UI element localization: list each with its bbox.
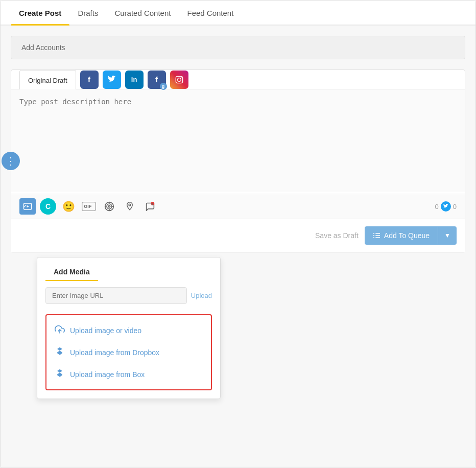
upload-cloud-icon [55, 324, 65, 336]
twitter-bird-icon [108, 76, 116, 84]
post-textarea[interactable] [11, 89, 465, 192]
add-media-popup: Add Media Upload [37, 257, 221, 399]
svg-point-1 [177, 78, 181, 81]
char-count: 0 0 [435, 201, 457, 212]
canva-letter: C [45, 202, 51, 210]
upload-box-label: Upload image from Box [70, 370, 145, 379]
char-count-value: 0 [435, 203, 439, 210]
gif-icon[interactable]: GIF [81, 198, 97, 215]
tab-feed-content[interactable]: Feed Content [179, 1, 242, 25]
main-content: Add Accounts ⋮ Original Draft f [1, 26, 475, 467]
emoji-icon[interactable]: 🙂 [60, 198, 77, 215]
facebook-icon: f [88, 75, 90, 84]
box-icon [55, 368, 65, 380]
add-media-header-wrapper: Add Media [37, 258, 220, 281]
social-tab-twitter[interactable] [103, 71, 121, 89]
draft-tabs: Original Draft f in f g [11, 70, 465, 89]
add-accounts-bar[interactable]: Add Accounts [11, 36, 465, 59]
image-video-icon [23, 202, 32, 211]
svg-text:GIF: GIF [84, 204, 92, 209]
comment-svg: ! [145, 202, 155, 211]
svg-point-10 [108, 205, 110, 207]
image-url-input[interactable] [45, 287, 187, 304]
add-media-header: Add Media [45, 262, 98, 281]
float-circle-icon: ⋮ [6, 155, 16, 167]
instagram-icon [175, 76, 183, 84]
svg-point-15 [129, 204, 131, 206]
upload-dropbox-label: Upload image from Dropbox [70, 348, 159, 357]
upload-dropbox-option[interactable]: Upload image from Dropbox [46, 341, 211, 363]
upload-options-container: Upload image or video Upload image from … [45, 314, 212, 390]
media-icon[interactable] [19, 198, 36, 215]
linkedin-icon: in [131, 76, 137, 83]
location-icon[interactable] [122, 198, 138, 215]
upload-box-option[interactable]: Upload image from Box [46, 363, 211, 385]
tab-curated-content[interactable]: Curated Content [106, 1, 179, 25]
comment-icon[interactable]: ! [142, 198, 158, 215]
editor-wrapper: ⋮ Original Draft f in [11, 69, 465, 252]
add-to-queue-label: Add To Queue [384, 231, 430, 240]
queue-icon [373, 231, 381, 240]
svg-point-9 [107, 204, 112, 209]
dropbox-icon [55, 346, 65, 358]
target-icon[interactable] [101, 198, 117, 215]
post-editor: Original Draft f in f g [11, 69, 465, 252]
editor-toolbar: C 🙂 GIF [11, 194, 465, 219]
twitter-count-badge [441, 201, 451, 212]
gif-svg: GIF [82, 201, 96, 212]
twitter-char-count-value: 0 [453, 203, 457, 210]
canva-icon[interactable]: C [40, 198, 56, 215]
float-circle-button[interactable]: ⋮ [2, 152, 20, 170]
app-container: Create Post Drafts Curated Content Feed … [0, 0, 476, 468]
social-tab-instagram[interactable] [170, 71, 188, 89]
facebook2-badge: g [160, 83, 167, 90]
svg-rect-0 [176, 76, 182, 83]
add-to-queue-main: Add To Queue [365, 226, 438, 245]
svg-marker-4 [27, 205, 30, 208]
tab-drafts[interactable]: Drafts [69, 1, 106, 25]
svg-text:!: ! [152, 203, 152, 205]
tab-original-draft[interactable]: Original Draft [19, 70, 76, 89]
social-tab-facebook2[interactable]: f g [148, 71, 166, 89]
action-bar: Save as Draft Add To Queue [11, 219, 465, 252]
pin-svg [125, 201, 134, 212]
upload-link[interactable]: Upload [191, 292, 212, 299]
upload-image-video-option[interactable]: Upload image or video [46, 319, 211, 341]
tab-create-post[interactable]: Create Post [11, 1, 69, 25]
svg-point-2 [180, 77, 181, 78]
add-media-url-row: Upload [37, 281, 220, 310]
facebook2-icon: f [155, 75, 158, 84]
upload-image-video-label: Upload image or video [70, 326, 141, 335]
social-tab-facebook[interactable]: f [80, 71, 99, 89]
save-draft-button[interactable]: Save as Draft [315, 231, 359, 240]
emoji-smiley: 🙂 [62, 200, 75, 213]
social-tab-linkedin[interactable]: in [125, 71, 144, 89]
add-to-queue-dropdown-arrow[interactable]: ▼ [438, 227, 457, 244]
top-nav-tabs: Create Post Drafts Curated Content Feed … [1, 1, 475, 26]
add-accounts-label: Add Accounts [21, 43, 65, 52]
target-svg [104, 201, 114, 212]
twitter-mini-icon [443, 204, 448, 209]
add-to-queue-button[interactable]: Add To Queue ▼ [365, 226, 457, 245]
